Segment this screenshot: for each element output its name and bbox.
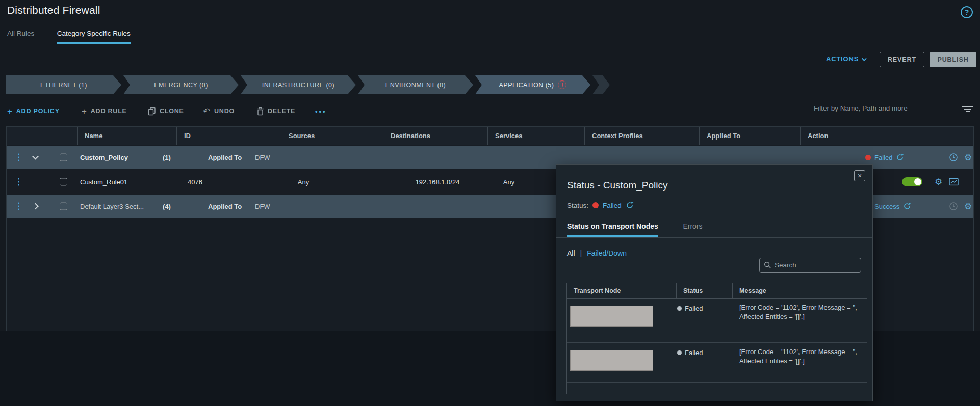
rule-destinations[interactable]: 192.168.1.0/24 [416,178,460,185]
close-icon[interactable]: × [854,170,865,181]
row-checkbox[interactable] [60,154,67,161]
collapse-chevron-icon[interactable] [32,153,39,160]
applied-to-value[interactable]: DFW [255,203,270,210]
row-checkbox[interactable] [60,178,67,185]
filter-icon[interactable] [962,106,973,114]
category-emergency[interactable]: EMERGENCY (0) [123,75,239,94]
column-header-sources: Sources [281,127,383,145]
filter-field [812,102,957,116]
clone-button[interactable]: CLONE [148,105,184,117]
expand-chevron-icon[interactable] [32,203,39,210]
plus-icon: + [82,107,87,116]
trash-icon [256,107,264,116]
dialog-title: Status - Custom_Policy [567,180,667,191]
undo-icon: ↶ [203,107,211,116]
category-ethernet[interactable]: ETHERNET (1) [6,75,121,94]
drag-handle-icon[interactable] [18,178,19,185]
add-rule-button[interactable]: +ADD RULE [82,105,127,117]
search-input[interactable] [775,261,857,269]
chevron-down-icon [862,56,867,61]
gear-icon[interactable]: ⚙ [935,177,942,186]
node-status: Failed [677,349,703,357]
status-dialog: × Status - Custom_Policy Status: Failed … [556,164,873,401]
clock-icon[interactable] [949,202,958,211]
category-environment[interactable]: ENVIRONMENT (0) [358,75,473,94]
drag-handle-icon[interactable] [18,203,19,210]
failed-dot-icon [592,202,599,208]
refresh-icon[interactable] [626,201,634,209]
row-checkbox[interactable] [60,203,67,210]
divider [940,200,940,213]
transport-node-redacted [570,306,653,327]
column-header-status: Status [676,283,732,299]
publish-button[interactable]: PUBLISH [930,52,976,67]
rule-name: Custom_Rule01 [80,178,127,185]
help-icon[interactable]: ? [961,6,973,18]
dialog-tab-bar: Status on Transport Nodes Errors [556,222,872,238]
gear-icon[interactable]: ⚙ [964,153,972,162]
node-message: [Error Code = '1102', Error Message = ''… [739,347,864,366]
column-header-id: ID [176,127,281,145]
refresh-icon[interactable] [903,202,911,210]
error-alert-icon: ! [558,80,566,89]
applied-to-value[interactable]: DFW [255,154,270,161]
filter-all-link[interactable]: All [567,249,575,257]
search-icon [764,261,771,269]
divider [940,151,940,164]
stats-chart-icon[interactable] [949,178,959,185]
column-header-message: Message [732,283,867,299]
dialog-filters: All | Failed/Down [567,249,627,257]
applied-to-label: Applied To [208,154,242,161]
tab-all-rules[interactable]: All Rules [7,30,34,42]
dialog-search-box [759,258,861,273]
policy-count: (4) [163,203,171,210]
failed-dot-icon [865,155,871,160]
tab-status-transport-nodes[interactable]: Status on Transport Nodes [567,222,658,237]
clone-icon [148,107,156,116]
refresh-icon[interactable] [896,153,904,161]
transport-node-row: Failed [Error Code = '1102', Error Messa… [567,343,867,383]
policy-name: Custom_Policy [80,154,128,161]
plus-icon: + [7,107,13,116]
tab-errors[interactable]: Errors [683,222,702,235]
transport-node-redacted [570,350,653,371]
column-header-name: Name [77,127,176,145]
column-header-transport-node: Transport Node [567,283,676,299]
rule-sources[interactable]: Any [298,178,309,185]
gear-icon[interactable]: ⚙ [964,202,972,211]
rule-services[interactable]: Any [503,178,514,185]
column-header-context-profiles: Context Profiles [584,127,699,145]
category-infrastructure[interactable]: INFRASTRUCTURE (0) [241,75,356,94]
status-dot-icon [677,350,682,355]
filter-failed-down-link[interactable]: Failed/Down [587,249,627,257]
column-header-applied-to: Applied To [699,127,800,145]
revert-button[interactable]: REVERT [880,52,924,67]
filter-input[interactable] [814,104,956,112]
column-header-tools [906,127,974,145]
main-tab-bar: All Rules Category Specific Rules [0,29,980,45]
transport-node-row: Failed [Error Code = '1102', Error Messa… [567,299,867,343]
dialog-status-line: Status: Failed [567,201,634,209]
policy-count: (1) [163,154,171,161]
table-header-row: Name ID Sources Destinations Services Co… [7,127,973,145]
column-header-action: Action [800,127,906,145]
more-actions-button[interactable]: ••• [315,105,327,117]
policy-status[interactable]: Failed [865,153,904,161]
delete-button[interactable]: DELETE [256,105,295,117]
tab-category-specific-rules[interactable]: Category Specific Rules [57,30,131,44]
column-header-destinations: Destinations [383,127,487,145]
actions-menu-button[interactable]: ACTIONS [826,55,865,63]
distributed-firewall-page: Distributed Firewall ? All Rules Categor… [0,0,980,406]
drag-handle-icon[interactable] [18,154,19,161]
rule-id: 4076 [188,178,202,185]
transport-nodes-table: Transport Node Status Message Failed [Er… [566,283,867,394]
clock-icon[interactable] [949,153,958,162]
category-application[interactable]: APPLICATION (5) ! [475,75,590,94]
add-policy-button[interactable]: +ADD POLICY [7,105,60,117]
node-message: [Error Code = '1102', Error Message = ''… [739,303,864,321]
undo-button[interactable]: ↶UNDO [203,105,235,117]
column-header-services: Services [487,127,584,145]
rule-enabled-toggle[interactable] [902,177,922,186]
policy-status[interactable]: Success [874,202,911,210]
node-status: Failed [677,305,703,312]
